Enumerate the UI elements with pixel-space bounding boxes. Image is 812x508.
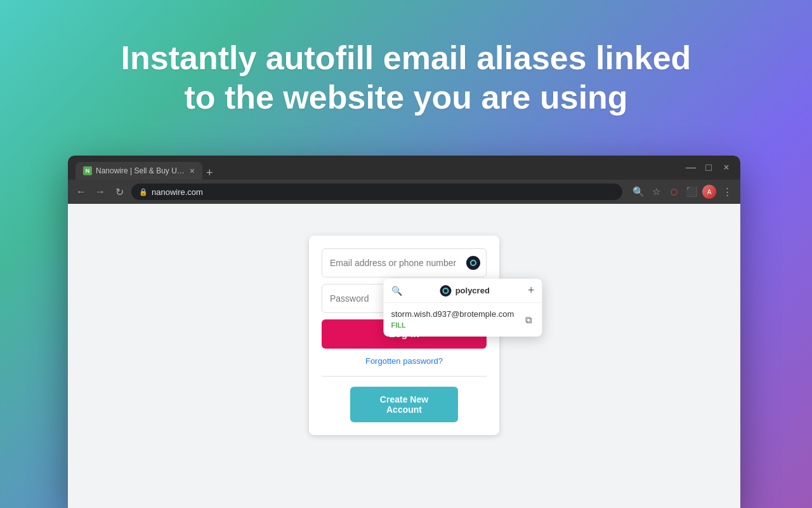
browser-titlebar: N Nanowire | Sell & Buy Unused B... × + … (68, 156, 740, 180)
tab-label: Nanowire | Sell & Buy Unused B... (96, 166, 186, 175)
polycred-entry[interactable]: storm.wish.d937@brotemple.com FILL ⧉ (384, 303, 542, 337)
browser-tab[interactable]: N Nanowire | Sell & Buy Unused B... × (75, 162, 202, 180)
browser-window: N Nanowire | Sell & Buy Unused B... × + … (68, 156, 740, 508)
menu-icon[interactable]: ⋮ (720, 186, 734, 197)
back-button[interactable]: ← (74, 186, 88, 197)
search-icon: 🔍 (391, 286, 402, 296)
add-alias-button[interactable]: + (528, 284, 535, 297)
new-tab-button[interactable]: + (202, 166, 217, 180)
fill-label: FILL (391, 321, 406, 329)
window-controls: — □ × (684, 162, 733, 173)
hero-title: Instantly autofill email aliases linked … (121, 38, 691, 117)
toolbar-actions: 🔍 ☆ ⬡ ⬛ A ⋮ (631, 185, 734, 199)
close-window-button[interactable]: × (720, 162, 733, 173)
polycred-logo-icon (440, 285, 452, 297)
lock-icon: 🔒 (139, 188, 148, 196)
hero-section: Instantly autofill email aliases linked … (0, 0, 812, 137)
maximize-button[interactable]: □ (702, 162, 715, 173)
minimize-button[interactable]: — (684, 162, 697, 173)
hero-title-line2: to the website you are using (184, 79, 627, 116)
forward-button[interactable]: → (93, 186, 107, 197)
address-text: nanowire.com (152, 187, 203, 197)
extensions-icon[interactable]: ⬛ (684, 186, 698, 197)
zoom-icon[interactable]: 🔍 (631, 186, 645, 197)
browser-toolbar: ← → ↻ 🔒 nanowire.com 🔍 ☆ ⬡ ⬛ A ⋮ (68, 180, 740, 204)
address-bar[interactable]: 🔒 nanowire.com (131, 184, 622, 200)
extension-red-icon[interactable]: ⬡ (667, 187, 681, 197)
tab-favicon: N (83, 166, 92, 175)
forgot-password-link[interactable]: Forgotten password? (322, 356, 487, 377)
create-account-button[interactable]: Create New Account (350, 387, 458, 422)
entry-email-details: storm.wish.d937@brotemple.com FILL (391, 309, 518, 330)
copy-button[interactable]: ⧉ (523, 312, 535, 328)
hero-title-line1: Instantly autofill email aliases linked (121, 39, 691, 76)
bookmark-icon[interactable]: ☆ (649, 186, 663, 197)
tab-area: N Nanowire | Sell & Buy Unused B... × + (75, 156, 679, 180)
tab-close-icon[interactable]: × (190, 166, 195, 176)
polycred-brand-name: polycred (455, 286, 490, 295)
avatar[interactable]: A (702, 185, 716, 199)
polycred-header: 🔍 polycred + (384, 279, 542, 303)
browser-content: Log in Forgotten password? Create New Ac… (68, 204, 740, 508)
polycred-dropdown: 🔍 polycred + storm.wish.d937@brotemple.c… (384, 279, 542, 337)
email-input-wrapper (322, 248, 487, 277)
polycred-trigger-icon[interactable] (466, 256, 480, 270)
refresh-button[interactable]: ↻ (112, 186, 126, 198)
email-input[interactable] (322, 248, 487, 277)
polycred-logo-area: polycred (407, 285, 523, 297)
entry-email-text: storm.wish.d937@brotemple.com (391, 309, 518, 319)
